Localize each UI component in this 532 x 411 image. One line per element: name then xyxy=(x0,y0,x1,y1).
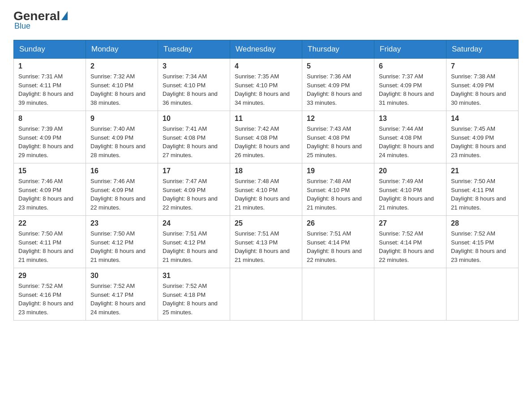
day-header-wednesday: Wednesday xyxy=(230,40,302,59)
calendar-day xyxy=(230,268,302,321)
day-info: Sunrise: 7:49 AM Sunset: 4:10 PM Dayligh… xyxy=(379,177,442,212)
logo-blue-text: Blue xyxy=(14,21,30,31)
day-info: Sunrise: 7:51 AM Sunset: 4:12 PM Dayligh… xyxy=(163,229,225,264)
logo: General Blue xyxy=(13,9,68,31)
calendar-table: SundayMondayTuesdayWednesdayThursdayFrid… xyxy=(13,40,519,321)
day-number: 6 xyxy=(379,62,442,70)
day-info: Sunrise: 7:48 AM Sunset: 4:10 PM Dayligh… xyxy=(307,177,369,212)
day-number: 30 xyxy=(90,272,153,280)
day-number: 29 xyxy=(18,272,81,280)
calendar-day: 24 Sunrise: 7:51 AM Sunset: 4:12 PM Dayl… xyxy=(158,216,230,268)
day-header-monday: Monday xyxy=(86,40,158,59)
calendar-day: 16 Sunrise: 7:46 AM Sunset: 4:09 PM Dayl… xyxy=(86,163,158,216)
calendar-day: 15 Sunrise: 7:46 AM Sunset: 4:09 PM Dayl… xyxy=(14,163,86,216)
day-number: 23 xyxy=(90,219,153,227)
day-number: 4 xyxy=(235,62,297,70)
day-number: 14 xyxy=(451,115,514,123)
day-info: Sunrise: 7:52 AM Sunset: 4:16 PM Dayligh… xyxy=(18,282,81,317)
calendar-day: 8 Sunrise: 7:39 AM Sunset: 4:09 PM Dayli… xyxy=(14,111,86,163)
day-info: Sunrise: 7:50 AM Sunset: 4:11 PM Dayligh… xyxy=(18,229,81,264)
calendar-day: 22 Sunrise: 7:50 AM Sunset: 4:11 PM Dayl… xyxy=(14,216,86,268)
calendar-header: SundayMondayTuesdayWednesdayThursdayFrid… xyxy=(14,40,519,59)
day-number: 13 xyxy=(379,115,442,123)
calendar-day: 26 Sunrise: 7:51 AM Sunset: 4:14 PM Dayl… xyxy=(302,216,374,268)
calendar-day: 28 Sunrise: 7:52 AM Sunset: 4:15 PM Dayl… xyxy=(446,216,519,268)
day-info: Sunrise: 7:39 AM Sunset: 4:09 PM Dayligh… xyxy=(18,124,81,159)
day-number: 15 xyxy=(18,167,81,175)
calendar-day: 1 Sunrise: 7:31 AM Sunset: 4:11 PM Dayli… xyxy=(14,59,86,111)
day-info: Sunrise: 7:34 AM Sunset: 4:10 PM Dayligh… xyxy=(163,72,225,107)
day-number: 18 xyxy=(235,167,297,175)
calendar-day: 19 Sunrise: 7:48 AM Sunset: 4:10 PM Dayl… xyxy=(302,163,374,216)
day-number: 26 xyxy=(307,219,369,227)
day-info: Sunrise: 7:50 AM Sunset: 4:12 PM Dayligh… xyxy=(90,229,153,264)
calendar-day: 25 Sunrise: 7:51 AM Sunset: 4:13 PM Dayl… xyxy=(230,216,302,268)
day-info: Sunrise: 7:52 AM Sunset: 4:15 PM Dayligh… xyxy=(451,229,514,264)
day-header-friday: Friday xyxy=(374,40,446,59)
day-number: 19 xyxy=(307,167,369,175)
day-info: Sunrise: 7:50 AM Sunset: 4:11 PM Dayligh… xyxy=(451,177,514,212)
day-info: Sunrise: 7:37 AM Sunset: 4:09 PM Dayligh… xyxy=(379,72,442,107)
calendar-day: 12 Sunrise: 7:43 AM Sunset: 4:08 PM Dayl… xyxy=(302,111,374,163)
day-number: 3 xyxy=(163,62,225,70)
calendar-day xyxy=(374,268,446,321)
day-info: Sunrise: 7:52 AM Sunset: 4:17 PM Dayligh… xyxy=(90,282,153,317)
day-number: 7 xyxy=(451,62,514,70)
day-number: 5 xyxy=(307,62,369,70)
page-header: General Blue xyxy=(13,9,519,31)
day-info: Sunrise: 7:46 AM Sunset: 4:09 PM Dayligh… xyxy=(18,177,81,212)
day-number: 21 xyxy=(451,167,514,175)
day-number: 8 xyxy=(18,115,81,123)
day-info: Sunrise: 7:47 AM Sunset: 4:09 PM Dayligh… xyxy=(163,177,225,212)
day-number: 2 xyxy=(90,62,153,70)
calendar-day xyxy=(302,268,374,321)
day-number: 24 xyxy=(163,219,225,227)
logo-triangle-icon xyxy=(61,11,68,20)
calendar-day: 18 Sunrise: 7:48 AM Sunset: 4:10 PM Dayl… xyxy=(230,163,302,216)
day-header-row: SundayMondayTuesdayWednesdayThursdayFrid… xyxy=(14,40,519,59)
day-info: Sunrise: 7:35 AM Sunset: 4:10 PM Dayligh… xyxy=(235,72,297,107)
day-info: Sunrise: 7:38 AM Sunset: 4:09 PM Dayligh… xyxy=(451,72,514,107)
day-info: Sunrise: 7:46 AM Sunset: 4:09 PM Dayligh… xyxy=(90,177,153,212)
day-info: Sunrise: 7:45 AM Sunset: 4:09 PM Dayligh… xyxy=(451,124,514,159)
calendar-day: 21 Sunrise: 7:50 AM Sunset: 4:11 PM Dayl… xyxy=(446,163,519,216)
day-info: Sunrise: 7:52 AM Sunset: 4:18 PM Dayligh… xyxy=(163,282,225,317)
day-info: Sunrise: 7:36 AM Sunset: 4:09 PM Dayligh… xyxy=(307,72,369,107)
day-info: Sunrise: 7:51 AM Sunset: 4:14 PM Dayligh… xyxy=(307,229,369,264)
day-info: Sunrise: 7:42 AM Sunset: 4:08 PM Dayligh… xyxy=(235,124,297,159)
day-info: Sunrise: 7:51 AM Sunset: 4:13 PM Dayligh… xyxy=(235,229,297,264)
calendar-day: 20 Sunrise: 7:49 AM Sunset: 4:10 PM Dayl… xyxy=(374,163,446,216)
calendar-day: 10 Sunrise: 7:41 AM Sunset: 4:08 PM Dayl… xyxy=(158,111,230,163)
calendar-week-2: 8 Sunrise: 7:39 AM Sunset: 4:09 PM Dayli… xyxy=(14,111,519,163)
calendar-day: 11 Sunrise: 7:42 AM Sunset: 4:08 PM Dayl… xyxy=(230,111,302,163)
day-number: 12 xyxy=(307,115,369,123)
calendar-week-3: 15 Sunrise: 7:46 AM Sunset: 4:09 PM Dayl… xyxy=(14,163,519,216)
day-number: 25 xyxy=(235,219,297,227)
day-number: 20 xyxy=(379,167,442,175)
calendar-day: 4 Sunrise: 7:35 AM Sunset: 4:10 PM Dayli… xyxy=(230,59,302,111)
day-number: 28 xyxy=(451,219,514,227)
day-header-thursday: Thursday xyxy=(302,40,374,59)
day-number: 17 xyxy=(163,167,225,175)
day-info: Sunrise: 7:41 AM Sunset: 4:08 PM Dayligh… xyxy=(163,124,225,159)
day-number: 22 xyxy=(18,219,81,227)
calendar-day: 27 Sunrise: 7:52 AM Sunset: 4:14 PM Dayl… xyxy=(374,216,446,268)
calendar-week-1: 1 Sunrise: 7:31 AM Sunset: 4:11 PM Dayli… xyxy=(14,59,519,111)
calendar-day: 6 Sunrise: 7:37 AM Sunset: 4:09 PM Dayli… xyxy=(374,59,446,111)
calendar-week-4: 22 Sunrise: 7:50 AM Sunset: 4:11 PM Dayl… xyxy=(14,216,519,268)
calendar-day: 13 Sunrise: 7:44 AM Sunset: 4:08 PM Dayl… xyxy=(374,111,446,163)
day-number: 10 xyxy=(163,115,225,123)
day-header-tuesday: Tuesday xyxy=(158,40,230,59)
calendar-day: 5 Sunrise: 7:36 AM Sunset: 4:09 PM Dayli… xyxy=(302,59,374,111)
day-number: 11 xyxy=(235,115,297,123)
calendar-day: 2 Sunrise: 7:32 AM Sunset: 4:10 PM Dayli… xyxy=(86,59,158,111)
calendar-day xyxy=(446,268,519,321)
day-info: Sunrise: 7:31 AM Sunset: 4:11 PM Dayligh… xyxy=(18,72,81,107)
day-number: 31 xyxy=(163,272,225,280)
calendar-week-5: 29 Sunrise: 7:52 AM Sunset: 4:16 PM Dayl… xyxy=(14,268,519,321)
day-info: Sunrise: 7:32 AM Sunset: 4:10 PM Dayligh… xyxy=(90,72,153,107)
calendar-day: 3 Sunrise: 7:34 AM Sunset: 4:10 PM Dayli… xyxy=(158,59,230,111)
day-info: Sunrise: 7:40 AM Sunset: 4:09 PM Dayligh… xyxy=(90,124,153,159)
calendar-day: 23 Sunrise: 7:50 AM Sunset: 4:12 PM Dayl… xyxy=(86,216,158,268)
calendar-day: 14 Sunrise: 7:45 AM Sunset: 4:09 PM Dayl… xyxy=(446,111,519,163)
